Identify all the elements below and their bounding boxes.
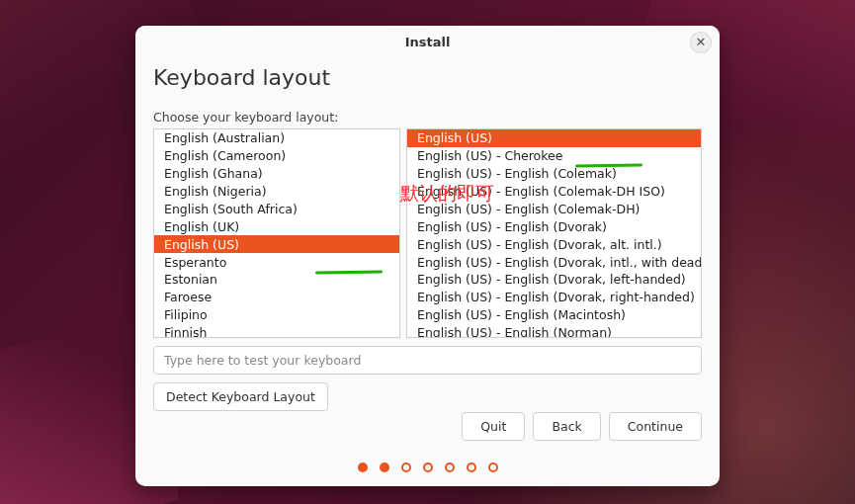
list-item[interactable]: Estonian <box>154 271 399 289</box>
list-item[interactable]: Finnish <box>154 324 399 337</box>
wizard-nav: Quit Back Continue <box>462 412 702 441</box>
list-item[interactable]: English (US) - English (Dvorak) <box>407 217 701 235</box>
keyboard-test-input[interactable] <box>153 346 702 375</box>
progress-dot <box>380 462 389 472</box>
page-title: Keyboard layout <box>153 65 702 90</box>
list-item[interactable]: English (US) - Cherokee <box>407 147 701 165</box>
close-icon: ✕ <box>696 35 707 49</box>
progress-dots <box>135 462 720 472</box>
progress-dot <box>467 462 476 472</box>
list-item[interactable]: English (US) - English (Dvorak, alt. int… <box>407 235 701 253</box>
continue-button[interactable]: Continue <box>609 412 702 441</box>
progress-dot <box>358 462 368 472</box>
progress-dot <box>401 462 411 472</box>
progress-dot <box>445 462 455 472</box>
list-item[interactable]: English (US) - English (Dvorak, intl., w… <box>407 253 701 271</box>
list-item[interactable]: English (US) - English (Norman) <box>407 324 701 337</box>
desktop-background: Install ✕ Keyboard layout Choose your ke… <box>0 0 855 504</box>
detect-keyboard-button[interactable]: Detect Keyboard Layout <box>153 382 328 411</box>
list-item[interactable]: English (Ghana) <box>154 165 399 183</box>
list-item[interactable]: English (US) - English (Colemak) <box>407 165 701 183</box>
list-item[interactable]: English (US) - English (Macintosh) <box>407 306 701 324</box>
layout-group-list[interactable]: English (Australian)English (Cameroon)En… <box>153 128 400 338</box>
progress-dot <box>488 462 498 472</box>
list-item[interactable]: English (UK) <box>154 217 399 235</box>
list-item[interactable]: English (US) - English (Dvorak, right-ha… <box>407 289 701 306</box>
choose-layout-label: Choose your keyboard layout: <box>153 110 702 125</box>
progress-dot <box>423 462 433 472</box>
back-button[interactable]: Back <box>533 412 600 441</box>
window-title: Install <box>405 35 451 49</box>
list-item[interactable]: Esperanto <box>154 253 399 271</box>
list-item[interactable]: Faroese <box>154 289 399 306</box>
quit-button[interactable]: Quit <box>462 412 525 441</box>
list-item[interactable]: English (Nigeria) <box>154 183 399 201</box>
list-item[interactable]: English (Cameroon) <box>154 147 399 165</box>
list-item[interactable]: English (US) <box>154 235 399 253</box>
list-item[interactable]: English (US) - English (Colemak-DH) <box>407 201 701 218</box>
installer-window: Install ✕ Keyboard layout Choose your ke… <box>135 26 720 486</box>
layout-variant-list[interactable]: English (US)English (US) - CherokeeEngli… <box>406 128 702 338</box>
list-item[interactable]: English (Australian) <box>154 129 399 147</box>
close-button[interactable]: ✕ <box>690 32 712 53</box>
list-item[interactable]: English (US) - English (Dvorak, left-han… <box>407 271 701 289</box>
window-titlebar: Install ✕ <box>135 26 720 59</box>
list-item[interactable]: Filipino <box>154 306 399 324</box>
list-item[interactable]: English (US) - English (Colemak-DH ISO) <box>407 183 701 201</box>
list-item[interactable]: English (South Africa) <box>154 201 399 218</box>
list-item[interactable]: English (US) <box>407 129 701 147</box>
